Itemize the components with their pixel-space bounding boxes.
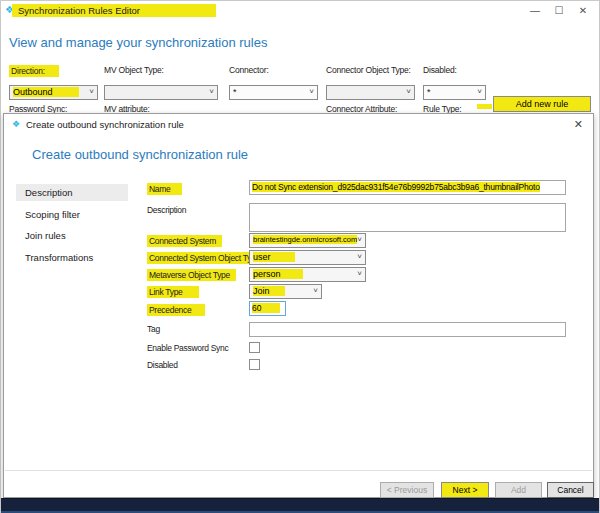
filter-mv-object-type-dropdown[interactable]: ˅: [104, 85, 218, 100]
sync-app-icon: ❖: [12, 119, 20, 129]
link-type-label: Link Type: [147, 286, 199, 298]
chevron-down-icon: ˅: [477, 87, 482, 96]
create-rule-dialog: ❖ Create outbound synchronization rule ✕…: [3, 113, 594, 498]
filter-direction-dropdown[interactable]: Outbound ˅: [9, 85, 98, 100]
filter-disabled-value: *: [427, 87, 431, 97]
taskbar[interactable]: [1, 498, 599, 513]
footer-divider: [5, 470, 592, 471]
nav-item-scoping-filter[interactable]: Scoping filter: [16, 206, 128, 223]
filter-mv-object-type-label: MV Object Type:: [104, 65, 164, 75]
connected-system-value: braintestingde.onmicrosoft.com: [253, 235, 357, 244]
dialog-close-icon[interactable]: ✕: [574, 118, 583, 131]
connected-system-object-type-label: Connected System Object Type: [147, 252, 264, 264]
link-type-dropdown[interactable]: Join ˅: [249, 284, 322, 299]
cancel-button[interactable]: Cancel: [547, 482, 594, 498]
nav-item-join-rules[interactable]: Join rules: [16, 227, 128, 244]
tag-input[interactable]: [249, 322, 566, 337]
maximize-icon[interactable]: ☐: [547, 3, 571, 19]
chevron-down-icon: ˅: [309, 87, 314, 96]
metaverse-object-type-value: person: [253, 269, 303, 279]
filter-connector-object-type-dropdown[interactable]: ˅: [326, 85, 415, 100]
window-title: Synchronization Rules Editor: [12, 4, 216, 17]
dialog-heading: Create outbound synchronization rule: [32, 147, 248, 162]
filter-connector-label: Connector:: [229, 65, 269, 75]
description-textarea[interactable]: [249, 203, 566, 232]
chevron-down-icon: ˅: [406, 87, 411, 96]
filter-connector-object-type-label: Connector Object Type:: [326, 65, 411, 75]
precedence-input[interactable]: 60: [249, 301, 286, 316]
screen: ❖ Synchronization Rules Editor — ☐ ✕ Vie…: [0, 0, 600, 513]
add-button[interactable]: Add: [495, 482, 542, 498]
description-label: Description: [147, 205, 186, 215]
connected-system-dropdown[interactable]: braintestingde.onmicrosoft.com ˅: [249, 233, 366, 248]
filter-disabled-label: Disabled:: [423, 65, 457, 75]
next-button[interactable]: Next >: [441, 482, 489, 498]
name-value: Do not Sync extension_d925dac931f54e76b9…: [252, 182, 540, 192]
connected-system-label: Connected System: [147, 235, 222, 247]
connected-system-object-type-value: user: [253, 252, 295, 262]
chevron-down-icon: ˅: [313, 286, 318, 295]
chevron-down-icon: ˅: [89, 87, 94, 96]
precedence-value: 60: [252, 303, 280, 313]
dialog-title: Create outbound synchronization rule: [26, 119, 184, 130]
page-title: View and manage your synchronization rul…: [9, 35, 267, 50]
filter-direction-label: Direction:: [9, 65, 59, 77]
chevron-down-icon: ˅: [357, 252, 362, 261]
nav-item-description[interactable]: Description: [16, 184, 128, 201]
link-type-value: Join: [253, 286, 285, 296]
chevron-down-icon: ˅: [357, 235, 362, 244]
close-icon[interactable]: ✕: [571, 3, 595, 19]
metaverse-object-type-dropdown[interactable]: person ˅: [249, 267, 366, 282]
tag-label: Tag: [147, 324, 160, 334]
metaverse-object-type-label: Metaverse Object Type: [147, 269, 236, 281]
chevron-down-icon: ˅: [209, 87, 214, 96]
disabled-label: Disabled: [147, 360, 178, 370]
name-input[interactable]: Do not Sync extension_d925dac931f54e76b9…: [249, 180, 566, 195]
minimize-icon[interactable]: —: [523, 3, 547, 19]
filter-connector-value: *: [233, 87, 237, 97]
main-window-titlebar: ❖ Synchronization Rules Editor — ☐ ✕: [1, 1, 599, 21]
enable-password-sync-label: Enable Password Sync: [147, 343, 228, 353]
filter-direction-value: Outbound: [13, 87, 79, 97]
filter-connector-dropdown[interactable]: * ˅: [229, 85, 318, 100]
dialog-titlebar: ❖ Create outbound synchronization rule ✕: [4, 114, 593, 136]
precedence-label: Precedence: [147, 304, 205, 316]
disabled-checkbox[interactable]: [249, 359, 260, 370]
name-label: Name: [147, 183, 182, 195]
enable-password-sync-checkbox[interactable]: [249, 342, 260, 353]
nav-item-transformations[interactable]: Transformations: [16, 249, 128, 266]
previous-button[interactable]: < Previous: [380, 482, 434, 498]
chevron-down-icon: ˅: [357, 269, 362, 278]
connected-system-object-type-dropdown[interactable]: user ˅: [249, 250, 366, 265]
window-controls: — ☐ ✕: [523, 3, 595, 19]
highlight-mark: [477, 104, 492, 109]
filter-disabled-dropdown[interactable]: * ˅: [423, 85, 486, 100]
add-new-rule-button[interactable]: Add new rule: [493, 96, 591, 112]
